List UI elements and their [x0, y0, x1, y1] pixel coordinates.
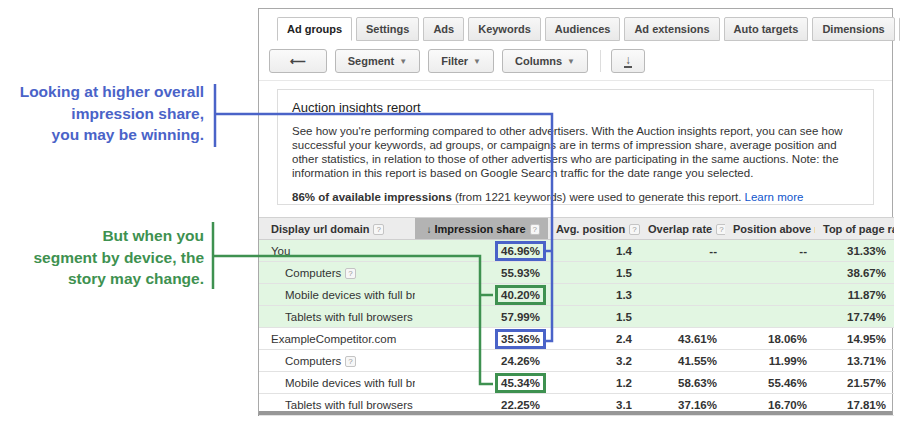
column-label: Impression share [434, 223, 525, 235]
value-cell: 45.34% [415, 372, 548, 394]
domain-label: Computers [285, 267, 341, 279]
table-row-tablets-with-full-browsers: Tablets with full browsers?22.25%3.137.1… [259, 394, 894, 416]
column-header-display-url-domain[interactable]: Display url domain? [259, 218, 415, 240]
domain-cell: Tablets with full browsers? [259, 306, 415, 328]
tab-bar: Ad groupsSettingsAdsKeywordsAudiencesAd … [259, 9, 892, 41]
value-cell: 16.70% [725, 394, 815, 416]
tab-dimensions[interactable]: Dimensions [812, 17, 894, 41]
annotation-line: But when you [8, 225, 204, 247]
tab-audiences[interactable]: Audiences [545, 17, 621, 41]
tab-settings[interactable]: Settings [356, 17, 419, 41]
value-cell: 35.36% [415, 328, 548, 350]
domain-cell: Computers? [259, 350, 415, 372]
value-cell: 17.74% [815, 306, 894, 328]
table-row-computers: Computers?55.93%1.538.67% [259, 262, 894, 284]
value-cell: -- [725, 240, 815, 262]
help-icon[interactable]: ? [629, 224, 639, 235]
green-highlight-box: 45.34% [495, 373, 546, 393]
annotation-line: impression share, [8, 103, 204, 125]
help-icon[interactable]: ? [716, 224, 725, 235]
value-cell [725, 262, 815, 284]
column-header-position-above-rate[interactable]: Position above rate? [725, 218, 815, 240]
column-header-impression-share[interactable]: ↓Impression share? [415, 218, 548, 240]
value-cell [640, 306, 725, 328]
domain-label: Tablets with full browsers [285, 399, 413, 411]
value-cell: 1.4 [548, 240, 640, 262]
value-cell: 1.3 [548, 284, 640, 306]
filter-button-label: Filter [441, 55, 468, 67]
tab-auto-targets[interactable]: Auto targets [724, 17, 809, 41]
annotation-line: you may be winning. [8, 124, 204, 146]
domain-cell: Mobile devices with full browsers? [259, 284, 415, 306]
domain-cell: Tablets with full browsers? [259, 394, 415, 416]
toolbar-rule [259, 80, 892, 81]
table-row-you: You46.96%1.4----31.33% [259, 240, 894, 262]
column-label: Top of page rate [823, 223, 894, 235]
tab-ads[interactable]: Ads [423, 17, 464, 41]
value-cell: 11.99% [725, 350, 815, 372]
tab-ad-extensions[interactable]: Ad extensions [624, 17, 719, 41]
tab-keywords[interactable]: Keywords [468, 17, 541, 41]
help-icon[interactable]: ? [530, 224, 540, 235]
table-row-computers: Computers?24.26%3.241.55%11.99%13.71% [259, 350, 894, 372]
column-header-top-of-page-rate[interactable]: Top of page rate? [815, 218, 894, 240]
chevron-down-icon: ▼ [567, 57, 575, 66]
domain-cell: ExampleCompetitor.com [259, 328, 415, 350]
value-cell: -- [640, 240, 725, 262]
help-icon[interactable]: ? [345, 356, 355, 367]
value-cell: 11.87% [815, 284, 894, 306]
chevron-down-icon: ▼ [399, 57, 407, 66]
page: Looking at higher overall impression sha… [0, 0, 900, 425]
value-cell: 57.99% [415, 306, 548, 328]
domain-label: Mobile devices with full browsers [285, 289, 415, 301]
value-cell: 21.57% [815, 372, 894, 394]
value-cell: 43.61% [640, 328, 725, 350]
table-row-mobile-devices-with-full-browsers: Mobile devices with full browsers?40.20%… [259, 284, 894, 306]
blue-highlight-box: 35.36% [495, 329, 546, 349]
segment-button[interactable]: Segment ▼ [335, 49, 420, 73]
value-cell: 55.46% [725, 372, 815, 394]
value-cell: 41.55% [640, 350, 725, 372]
download-button[interactable]: ↓ [611, 49, 645, 73]
column-header-avg-position[interactable]: Avg. position? [548, 218, 640, 240]
value-cell [640, 284, 725, 306]
blue-highlight-box: 46.96% [495, 241, 546, 261]
value-cell: 3.2 [548, 350, 640, 372]
column-label: Display url domain [271, 223, 369, 235]
table-body: You46.96%1.4----31.33%Computers?55.93%1.… [259, 240, 894, 416]
download-icon: ↓ [624, 55, 632, 68]
back-button[interactable]: ⟵ [269, 49, 327, 73]
table-header-row: Display url domain?↓Impression share?Avg… [259, 218, 894, 240]
value-cell: 37.16% [640, 394, 725, 416]
value-cell [640, 262, 725, 284]
report-description: See how you're performing compared to ot… [292, 124, 852, 180]
toolbar-divider [600, 50, 601, 72]
value-cell: 17.81% [815, 394, 894, 416]
value-cell: 18.06% [725, 328, 815, 350]
columns-button-label: Columns [515, 55, 562, 67]
column-label: Avg. position [556, 223, 625, 235]
table-row-mobile-devices-with-full-browsers: Mobile devices with full browsers?45.34%… [259, 372, 894, 394]
report-summary: 86% of available impressions (from 1221 … [292, 191, 859, 203]
value-cell: 22.25% [415, 394, 548, 416]
table-row-examplecompetitor-com: ExampleCompetitor.com35.36%2.443.61%18.0… [259, 328, 894, 350]
value-cell: 14.95% [815, 328, 894, 350]
table-row-tablets-with-full-browsers: Tablets with full browsers?57.99%1.517.7… [259, 306, 894, 328]
columns-button[interactable]: Columns ▼ [502, 49, 588, 73]
value-cell: 3.1 [548, 394, 640, 416]
column-header-overlap-rate[interactable]: Overlap rate? [640, 218, 725, 240]
domain-cell: Computers? [259, 262, 415, 284]
value-cell: 1.5 [548, 262, 640, 284]
help-icon[interactable]: ? [373, 224, 383, 235]
annotation-line: Looking at higher overall [8, 81, 204, 103]
summary-bold: 86% of available impressions [292, 191, 452, 203]
value-cell: 58.63% [640, 372, 725, 394]
column-label: Position above rate [733, 223, 815, 235]
help-icon[interactable]: ? [345, 268, 355, 279]
chevron-down-icon: ▼ [473, 57, 481, 66]
tab-ad-groups[interactable]: Ad groups [277, 17, 352, 41]
filter-button[interactable]: Filter ▼ [428, 49, 494, 73]
value-cell: 31.33% [815, 240, 894, 262]
learn-more-link[interactable]: Learn more [745, 191, 804, 203]
value-cell: 24.26% [415, 350, 548, 372]
